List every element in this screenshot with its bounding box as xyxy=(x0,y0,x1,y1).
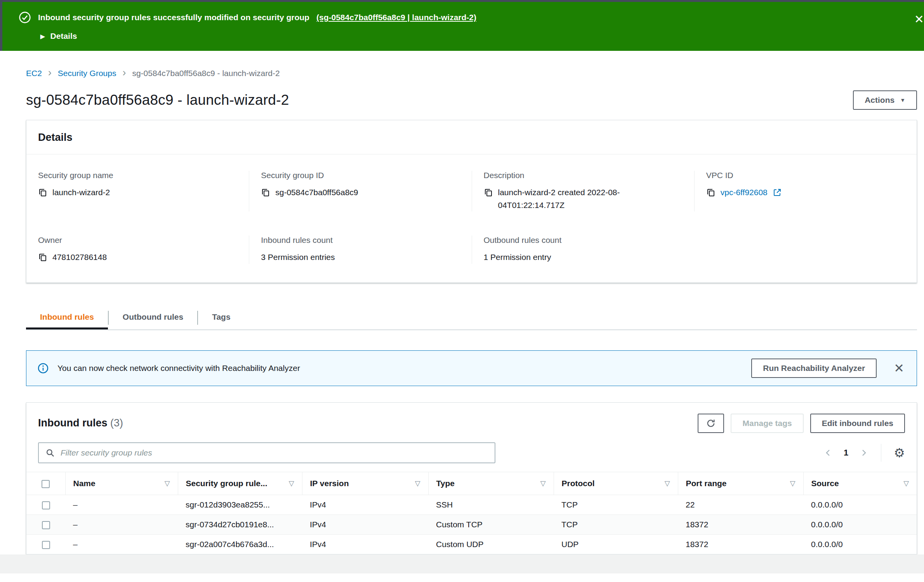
copy-icon[interactable] xyxy=(38,188,47,197)
cell-name: – xyxy=(65,534,178,554)
cell-type: Custom TCP xyxy=(428,514,554,534)
cell-ip-version: IPv4 xyxy=(302,495,428,514)
cell-source: 0.0.0.0/0 xyxy=(803,495,917,514)
cell-rule-id: sgr-02a007c4b676a3d... xyxy=(178,534,302,554)
search-icon xyxy=(45,448,55,458)
column-label: Security group rule... xyxy=(186,479,267,488)
edit-inbound-rules-button[interactable]: Edit inbound rules xyxy=(810,414,905,433)
breadcrumb-current: sg-0584c7ba0ff56a8c9 - launch-wizard-2 xyxy=(132,69,280,78)
copy-icon[interactable] xyxy=(261,188,270,197)
inbound-rules-panel: Inbound rules (3) Manage tags Edit inbou… xyxy=(26,402,917,554)
manage-tags-button[interactable]: Manage tags xyxy=(731,414,803,433)
vpc-link[interactable]: vpc-6ff92608 xyxy=(721,186,768,199)
field-label: Security group name xyxy=(38,171,237,180)
cell-rule-id: sgr-0734d27cb0191e8... xyxy=(178,514,302,534)
column-header-type: Type▽ xyxy=(428,472,554,495)
column-label: Protocol xyxy=(562,479,595,488)
field-label: Security group ID xyxy=(261,171,460,180)
tab-tags[interactable]: Tags xyxy=(198,306,244,329)
flash-details-toggle[interactable]: ▶ Details xyxy=(40,31,897,41)
bottom-strip xyxy=(0,573,924,582)
table-row: – sgr-012d3903ea8255... IPv4 SSH TCP 22 … xyxy=(26,495,917,514)
cell-port-range: 18372 xyxy=(678,534,803,554)
flash-message: Inbound security group rules successfull… xyxy=(38,13,309,22)
cell-protocol: UDP xyxy=(554,534,678,554)
field-value: 478102786148 xyxy=(52,251,107,264)
flash-close-icon[interactable]: ✕ xyxy=(914,14,924,25)
filter-triangle-icon[interactable]: ▽ xyxy=(790,479,795,487)
chevron-right-icon: › xyxy=(48,68,52,78)
cell-type: Custom UDP xyxy=(428,534,554,554)
select-all-checkbox[interactable] xyxy=(42,480,50,488)
tab-bar: Inbound rules Outbound rules Tags xyxy=(26,306,917,330)
cell-ip-version: IPv4 xyxy=(302,534,428,554)
row-checkbox[interactable] xyxy=(42,521,50,529)
field-inbound-rules-count: Inbound rules count 3 Permission entries xyxy=(249,236,471,264)
column-header-rule-id: Security group rule...▽ xyxy=(178,472,302,495)
info-banner-text: You can now check network connectivity w… xyxy=(57,364,743,373)
field-value: launch-wizard-2 created 2022-08-04T01:22… xyxy=(498,186,683,211)
previous-page-icon[interactable] xyxy=(823,448,833,457)
filter-input[interactable] xyxy=(61,448,488,457)
row-checkbox[interactable] xyxy=(42,501,50,509)
reachability-info-banner: You can now check network connectivity w… xyxy=(26,350,917,386)
settings-gear-icon[interactable]: ⚙ xyxy=(894,447,905,459)
cell-port-range: 22 xyxy=(678,495,803,514)
info-banner-close-icon[interactable]: ✕ xyxy=(894,362,904,374)
filter-triangle-icon[interactable]: ▽ xyxy=(415,479,420,487)
flash-security-group-link[interactable]: (sg-0584c7ba0ff56a8c9 | launch-wizard-2) xyxy=(316,13,476,22)
actions-button[interactable]: Actions ▼ xyxy=(853,90,917,110)
filter-triangle-icon[interactable]: ▽ xyxy=(289,479,294,487)
column-label: IP version xyxy=(310,479,349,488)
column-label: Name xyxy=(73,479,96,488)
current-page[interactable]: 1 xyxy=(844,448,848,458)
field-security-group-id: Security group ID sg-0584c7ba0ff56a8c9 xyxy=(249,171,471,211)
copy-icon[interactable] xyxy=(484,188,493,197)
cell-ip-version: IPv4 xyxy=(302,514,428,534)
field-label: Owner xyxy=(38,236,237,245)
field-label: VPC ID xyxy=(706,171,905,180)
filter-triangle-icon[interactable]: ▽ xyxy=(903,479,909,487)
field-value: 3 Permission entries xyxy=(261,251,335,264)
details-panel: Details Security group name launch-wizar… xyxy=(26,120,917,283)
breadcrumb: EC2 › Security Groups › sg-0584c7ba0ff56… xyxy=(26,69,917,78)
cell-name: – xyxy=(65,514,178,534)
success-check-icon xyxy=(19,11,31,24)
cell-name: – xyxy=(65,495,178,514)
page-title: sg-0584c7ba0ff56a8c9 - launch-wizard-2 xyxy=(26,92,289,108)
next-page-icon[interactable] xyxy=(859,448,868,457)
column-header-name: Name▽ xyxy=(65,472,178,495)
table-row: – sgr-02a007c4b676a3d... IPv4 Custom UDP… xyxy=(26,534,917,554)
flash-details-label: Details xyxy=(50,31,77,41)
column-label: Type xyxy=(436,479,455,488)
field-outbound-rules-count: Outbound rules count 1 Permission entry xyxy=(472,236,694,264)
external-link-icon[interactable] xyxy=(773,188,782,197)
field-label: Outbound rules count xyxy=(484,236,683,245)
tab-inbound-rules[interactable]: Inbound rules xyxy=(26,306,108,329)
breadcrumb-security-groups[interactable]: Security Groups xyxy=(58,69,116,78)
copy-icon[interactable] xyxy=(38,253,47,262)
refresh-button[interactable] xyxy=(698,414,724,433)
filter-triangle-icon[interactable]: ▽ xyxy=(540,479,546,487)
cell-port-range: 18372 xyxy=(678,514,803,534)
field-description: Description launch-wizard-2 created 2022… xyxy=(472,171,694,211)
cell-source: 0.0.0.0/0 xyxy=(803,534,917,554)
row-checkbox[interactable] xyxy=(42,541,50,549)
copy-icon[interactable] xyxy=(706,188,716,197)
content-area: EC2 › Security Groups › sg-0584c7ba0ff56… xyxy=(0,51,924,554)
info-icon xyxy=(37,362,49,374)
refresh-icon xyxy=(706,418,716,428)
table-row: – sgr-0734d27cb0191e8... IPv4 Custom TCP… xyxy=(26,514,917,534)
column-label: Port range xyxy=(686,479,727,488)
field-label: Description xyxy=(484,171,683,180)
filter-triangle-icon[interactable]: ▽ xyxy=(165,479,170,487)
tab-outbound-rules[interactable]: Outbound rules xyxy=(109,306,197,329)
field-security-group-name: Security group name launch-wizard-2 xyxy=(26,171,249,211)
caret-down-icon: ▼ xyxy=(900,97,905,103)
column-header-source: Source▽ xyxy=(803,472,917,495)
field-value: 1 Permission entry xyxy=(484,251,551,264)
breadcrumb-ec2[interactable]: EC2 xyxy=(26,69,42,78)
filter-triangle-icon[interactable]: ▽ xyxy=(665,479,670,487)
run-reachability-analyzer-button[interactable]: Run Reachability Analyzer xyxy=(751,359,877,378)
cell-type: SSH xyxy=(428,495,554,514)
